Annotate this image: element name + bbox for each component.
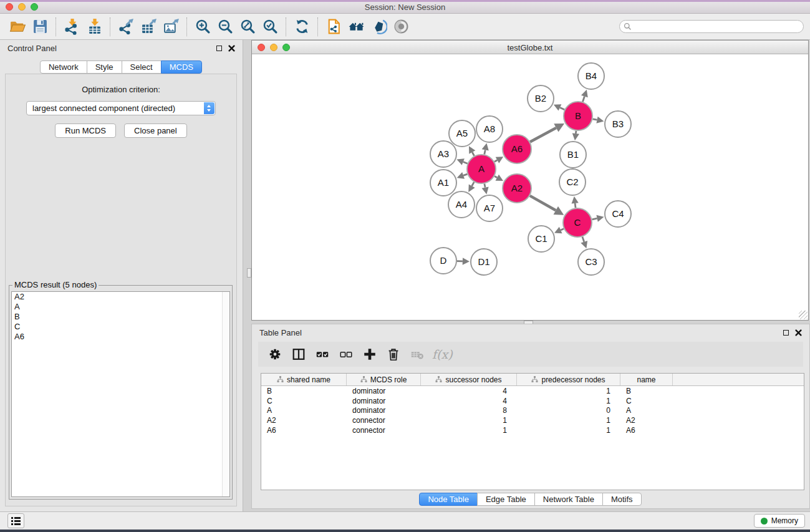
table-cell: connector — [347, 416, 421, 425]
graph-edge[interactable] — [494, 160, 498, 162]
zoom-in-button[interactable] — [191, 16, 214, 38]
save-session-button[interactable] — [29, 16, 51, 38]
show-graphics-details-button[interactable] — [390, 16, 412, 38]
tab-select[interactable]: Select — [122, 60, 162, 74]
export-table-button[interactable] — [137, 16, 160, 38]
graph-edge[interactable] — [561, 229, 564, 230]
table-row[interactable]: Cdominator41C — [261, 396, 804, 406]
network-window-titlebar[interactable]: testGlobe.txt — [252, 41, 808, 54]
mcds-result-item[interactable]: A — [12, 302, 229, 312]
graph-edge[interactable] — [485, 184, 485, 188]
float-panel-icon[interactable] — [216, 46, 222, 51]
network-close-button[interactable] — [258, 44, 265, 51]
delete-column-button[interactable] — [385, 346, 402, 363]
table-cell: A6 — [261, 426, 347, 435]
graph-edge[interactable] — [463, 162, 468, 164]
graph-edge[interactable] — [576, 131, 576, 133]
tab-mcds[interactable]: MCDS — [161, 60, 202, 74]
table-row[interactable]: A6connector11A6 — [261, 425, 804, 435]
apply-preferred-layout-button[interactable] — [291, 16, 313, 38]
zoom-selected-button[interactable] — [259, 16, 281, 38]
close-panel-icon[interactable] — [795, 329, 802, 336]
graph-edge[interactable] — [592, 218, 597, 220]
graph-node-label: B — [575, 110, 581, 121]
criterion-select[interactable]: largest connected component (directed) — [26, 101, 216, 115]
column-header-successor-nodes[interactable]: successor nodes — [421, 374, 517, 385]
column-header-shared-name[interactable]: shared name — [261, 374, 347, 385]
tab-node-table[interactable]: Node Table — [419, 493, 478, 506]
graph-edge[interactable] — [530, 196, 556, 210]
mcds-result-item[interactable]: A2 — [12, 292, 229, 302]
resize-grip-icon[interactable] — [799, 311, 808, 319]
optimization-criterion-label: Optimization criterion: — [6, 85, 236, 94]
tab-style[interactable]: Style — [87, 60, 122, 74]
search-input[interactable] — [619, 20, 804, 33]
run-mcds-button[interactable]: Run MCDS — [55, 123, 116, 138]
result-list-scrollbar[interactable] — [222, 292, 229, 496]
graph-node-label: B4 — [586, 70, 597, 81]
graph-edge[interactable] — [593, 119, 597, 120]
graph-edge[interactable] — [575, 203, 576, 208]
network-canvas[interactable]: B4B2BB3A5A8A6A3B1AA1C2A2A4A7C4CC1C3DD1 — [252, 55, 808, 320]
graph-edge[interactable] — [472, 152, 474, 156]
zoom-out-button[interactable] — [214, 16, 236, 38]
column-header-predecessor-nodes[interactable]: predecessor nodes — [517, 374, 620, 385]
add-column-button[interactable] — [361, 346, 378, 363]
vertical-splitter-handle[interactable] — [247, 268, 251, 278]
graph-edge[interactable] — [472, 182, 475, 186]
graph-edge[interactable] — [485, 150, 485, 154]
float-panel-icon[interactable] — [783, 330, 789, 336]
column-header-mcds-role[interactable]: MCDS role — [347, 374, 421, 385]
select-all-checkboxes-button[interactable] — [314, 346, 330, 363]
tab-network[interactable]: Network — [40, 60, 87, 74]
close-panel-icon[interactable] — [228, 45, 235, 52]
hide-labels-button[interactable] — [367, 16, 390, 38]
table-row[interactable]: Adominator80A — [261, 406, 804, 416]
mcds-result-item[interactable]: A6 — [12, 332, 229, 342]
network-minimize-button[interactable] — [270, 44, 277, 51]
mcds-result-item[interactable]: C — [12, 322, 229, 332]
tab-network-table[interactable]: Network Table — [534, 493, 603, 506]
function-builder-button[interactable]: f(x) — [432, 347, 453, 361]
graph-node-label: C3 — [585, 256, 597, 267]
network-zoom-button[interactable] — [282, 44, 290, 51]
memory-button[interactable]: Memory — [754, 514, 805, 528]
mcds-result-item[interactable]: B — [12, 312, 229, 322]
zoom-fit-button[interactable] — [236, 16, 259, 38]
import-table-button[interactable] — [83, 16, 105, 38]
new-network-from-selection-button[interactable] — [322, 16, 345, 38]
list-icon — [11, 516, 21, 526]
graph-edge-arrow — [482, 143, 489, 151]
show-column-panel-button[interactable] — [290, 346, 307, 363]
open-session-button[interactable] — [6, 16, 29, 38]
mcds-result-list[interactable]: A2ABCA6 — [11, 291, 230, 497]
checked-checkboxes-icon — [315, 347, 330, 362]
column-header-filler — [673, 374, 804, 385]
refresh-icon — [294, 18, 311, 35]
home-button[interactable] — [345, 16, 367, 38]
graph-node-label: C2 — [566, 177, 578, 187]
task-history-button[interactable] — [7, 513, 24, 528]
table-cell: A6 — [620, 426, 673, 435]
table-settings-button[interactable] — [266, 346, 283, 363]
import-network-button[interactable] — [60, 16, 83, 38]
window-titlebar[interactable]: Session: New Session — [0, 0, 810, 14]
table-row[interactable]: A2connector11A2 — [261, 415, 804, 425]
export-table-icon — [140, 18, 157, 35]
tab-motifs[interactable]: Motifs — [602, 493, 642, 506]
deselect-all-checkboxes-button[interactable] — [337, 346, 354, 363]
export-network-button[interactable] — [115, 16, 137, 38]
table-row[interactable]: Bdominator41B — [261, 386, 804, 396]
close-panel-button[interactable]: Close panel — [124, 123, 187, 138]
export-image-button[interactable] — [160, 16, 182, 38]
save-floppy-icon — [32, 18, 49, 35]
graph-edge[interactable] — [582, 237, 584, 242]
graph-edge[interactable] — [560, 107, 564, 109]
tab-edge-table[interactable]: Edge Table — [477, 493, 535, 506]
graph-edge[interactable] — [463, 174, 467, 175]
delete-table-button[interactable] — [408, 346, 425, 363]
graph-edge[interactable] — [494, 176, 497, 177]
column-header-name[interactable]: name — [620, 374, 673, 385]
graph-edge[interactable] — [582, 96, 584, 102]
graph-edge[interactable] — [530, 128, 556, 142]
